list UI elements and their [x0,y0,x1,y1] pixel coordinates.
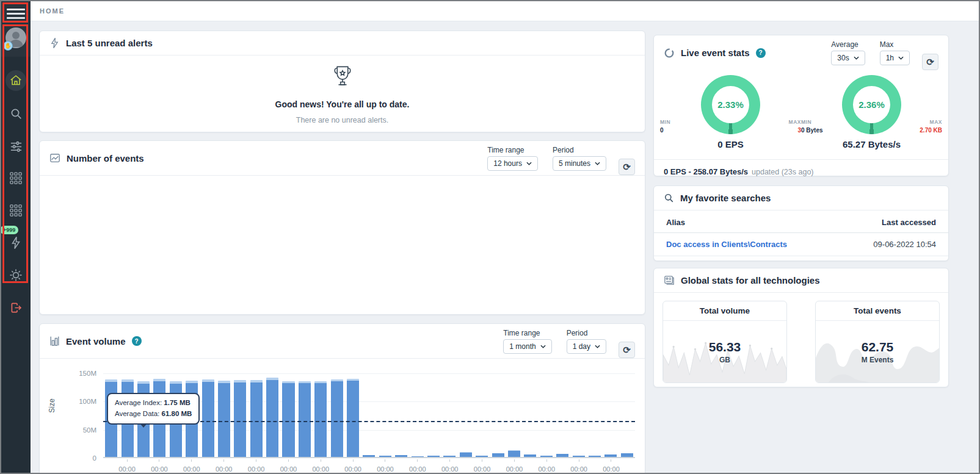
bar[interactable] [297,373,313,457]
sidebar-item-alerts[interactable]: +999 [6,233,26,253]
bar[interactable] [426,373,441,457]
sidebar: ✋ [1,1,31,473]
x-tick: 00:00 [183,459,200,474]
search-icon [664,193,674,203]
help-icon[interactable]: ? [132,336,142,346]
card-title: Event volume [66,336,126,347]
bar[interactable] [345,373,361,457]
chevron-down-icon [526,162,532,165]
period-label: Period [553,146,606,154]
chart-image-icon [49,153,60,163]
lightning-icon [10,236,22,250]
home-icon [9,74,23,87]
sidebar-top: ✋ [1,1,31,57]
refresh-button[interactable]: ⟳ [619,342,635,358]
user-avatar[interactable]: ✋ [5,27,26,48]
hamburger-menu-icon[interactable] [7,9,25,19]
chart-tooltip: Average Index: 1.75 MB Average Data: 61.… [107,393,200,425]
app-window: ✋ [0,0,980,474]
x-tick [136,459,151,474]
bar[interactable] [264,373,280,457]
bar[interactable] [619,373,635,457]
x-tick [329,459,344,474]
average-label: Average [831,40,865,49]
eps-donut-block: MIN 0 2.33% 0 EPS MAX 3 [660,75,801,149]
favorite-search-link[interactable]: Doc access in Clients\Contracts [666,240,787,249]
x-tick [232,459,247,474]
x-tick [587,459,603,474]
bar[interactable] [587,373,603,457]
sidebar-item-search[interactable] [6,104,26,123]
x-tick [555,459,570,474]
bar[interactable] [474,373,490,457]
eps-value: 0 EPS [717,139,744,149]
sidebar-item-filters[interactable] [6,136,26,156]
bar[interactable] [249,373,264,457]
chart-plot-area: Average Index: 1.75 MB Average Data: 61.… [103,373,635,458]
bar[interactable] [377,373,393,457]
card-title: Last 5 unread alerts [66,38,153,48]
bar[interactable] [216,373,232,457]
sidebar-item-dashboards[interactable] [6,168,26,188]
donut-max: MAX 3 [774,119,801,149]
grid-icon [9,171,23,185]
donut-icon [664,48,675,59]
x-tick: 00:00 [603,459,620,474]
time-range-select[interactable]: 12 hours [487,156,538,171]
average-select[interactable]: 30s [831,51,865,65]
x-tick: 00:00 [441,459,459,474]
sidebar-item-logout[interactable] [6,298,26,317]
tile-title: Total volume [663,301,786,321]
help-icon[interactable]: ? [756,48,766,58]
time-range-select[interactable]: 1 month [503,339,551,354]
favorites-table-header: Alias Last accessed [654,210,948,233]
bar[interactable] [200,373,216,457]
alerts-empty-title: Good news! You're all up to date. [275,99,410,109]
breadcrumb[interactable]: HOME [40,7,65,15]
donut-min: MIN 0 Bytes [801,119,828,149]
donut-min: MIN 0 [660,119,687,149]
event-volume-chart: Size 150M 100M 50M 0 Average Index: 1.75… [40,359,645,474]
total-events-unit: M Events [862,356,894,364]
max-select[interactable]: 1h [880,51,910,65]
bar[interactable] [522,373,538,457]
card-title: Number of events [67,153,144,163]
sidebar-item-settings[interactable] [6,265,26,285]
chevron-down-icon [854,56,859,60]
eps-donut-chart: 2.33% [701,75,760,134]
bar[interactable] [570,373,586,457]
bar[interactable] [280,373,296,457]
search-icon [10,107,23,120]
alert-count-badge: +999 [0,226,18,234]
x-tick: 00:00 [506,459,523,474]
logout-icon [10,301,23,314]
period-select[interactable]: 5 minutes [553,156,606,171]
bar[interactable] [539,373,554,457]
grid-icon [9,204,23,217]
chevron-down-icon [595,345,600,348]
bar[interactable] [441,373,457,457]
bar[interactable] [554,373,570,457]
bar[interactable] [361,373,377,457]
refresh-button[interactable]: ⟳ [619,159,635,175]
sidebar-item-apps[interactable] [6,201,26,220]
bar[interactable] [506,373,522,457]
bar[interactable] [458,373,474,457]
bar[interactable] [232,373,248,457]
x-tick [168,459,183,474]
bar[interactable] [393,373,409,457]
bar[interactable] [328,373,344,457]
bar[interactable] [603,373,619,457]
bar[interactable] [313,373,328,457]
total-events-tile: Total events 62.75 M Events [815,301,940,383]
total-volume-tile: Total volume 56.33 GB [662,301,787,383]
favorites-table-row: Doc access in Clients\Contracts 09-06-20… [654,233,948,256]
period-select[interactable]: 1 day [567,339,606,354]
last-accessed-value: 09-06-2022 10:54 [873,240,936,249]
sidebar-item-home[interactable] [5,70,26,91]
total-volume-unit: GB [719,356,730,364]
refresh-button[interactable]: ⟳ [922,54,938,70]
bar[interactable] [490,373,506,457]
avatar-status-badge: ✋ [3,41,13,51]
bar[interactable] [409,373,425,457]
